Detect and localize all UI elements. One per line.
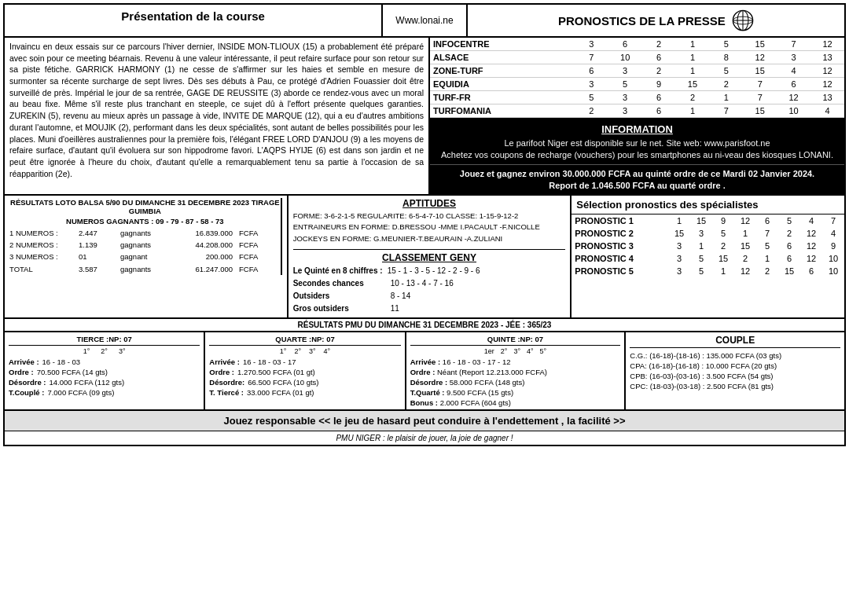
selection-row-num: 9 [822,240,844,252]
pronostics-row-num: 12 [777,91,810,104]
couple-cpc: CPC: (18-03)-(03-18) : 2.500 FCFA (81 gt… [630,382,840,390]
aptitudes-area: APTITUDES FORME: 3-6-2-1-5 REGULARITE: 6… [289,196,572,317]
pronostics-row-num: 3 [608,104,642,118]
pronostics-row-num: 5 [709,38,743,51]
pronostics-row-num: 1 [676,51,710,64]
selection-row-num: 4 [822,227,844,240]
tierce-positions: 1° 2° 3° [9,347,200,355]
classement-outsiders-value: 8 - 14 [388,290,566,302]
selection-row-num: 15 [734,240,756,252]
selection-row-num: 12 [734,214,756,227]
tierce-ordre-value: 70.500 FCFA (14 gts) [37,368,108,376]
pronostics-row-name: TURFOMANIA [430,104,575,118]
pronostics-row-num: 12 [743,51,777,64]
pronostics-row-num: 5 [709,64,743,78]
couple-cpb: CPB: (16-03)-(03-16) : 3.500 FCFA (54 gt… [630,372,840,380]
pronostics-row-num: 15 [743,64,777,78]
tierce-arrivee-label: Arrivée : [9,358,39,366]
couple-title: COUPLE [630,335,840,348]
selection-row-num: 12 [800,252,822,265]
quarte-desordre-value: 66.500 FCFA (10 gts) [248,378,318,387]
pronostics-row-num: 4 [777,64,810,78]
quinte-title: QUINTE :NP: 07 [410,335,621,346]
main-container: Présentation de la course Www.lonai.ne P… [3,3,846,446]
selection-row-num: 6 [800,265,822,277]
selection-row-num: 1 [756,252,778,265]
selection-row-num: 1 [712,265,734,277]
pronostics-row-num: 5 [575,91,608,104]
selection-row-num: 5 [690,252,712,265]
selection-row: PRONOSTIC 33121556129 [572,240,844,252]
pronostics-row-num: 1 [676,104,710,118]
jouez-line2: Report de 1.046.500 FCFA au quarté ordre… [436,181,838,190]
loto-row: 2 NUMEROS :1.139gagnants44.208.000FCFA [9,239,281,251]
aptitudes-jockeys: JOCKEYS EN FORME: G.MEUNIER-T.BEAURAIN -… [293,233,566,244]
quinte-ordre-value: Néant (Report 12.213.000 FCFA) [437,368,547,376]
selection-row-num: 3 [668,265,690,277]
pmu-results-header: RÉSULTATS PMU DU DIMANCHE 31 DECEMBRE 20… [5,319,844,332]
selection-row-num: 3 [668,252,690,265]
pronostics-row-num: 6 [777,78,810,91]
pronostics-table-area: INFOCENTRE3621515712ALSACE71061812313ZON… [430,38,844,194]
header-row: Présentation de la course Www.lonai.ne P… [5,5,844,38]
globe-icon [732,9,754,31]
selection-row-num: 12 [800,240,822,252]
quarte-ordre-label: Ordre : [209,368,234,376]
quarte-title: QUARTE :NP: 07 [209,335,400,346]
pronostics-row-num: 12 [810,38,844,51]
classement-quinte-value: 15 - 1 - 3 - 5 - 12 - 2 - 9 - 6 [388,265,566,277]
couple-cpa: CPA: (16-18)-(16-18) : 10.000 FCFA (20 g… [630,361,840,370]
selection-row-num: 6 [778,240,800,252]
pronostics-row-num: 12 [810,64,844,78]
top-content: Invaincu en deux essais sur ce parcours … [5,38,844,196]
quinte-section: QUINTE :NP: 07 1er 2° 3° 4° 5° Arrivée :… [406,332,627,409]
pronostics-row-num: 2 [642,64,676,78]
quarte-ordre-value: 1.270.500 FCFA (01 gt) [237,368,315,376]
quarte-desordre-label: Désordre: [209,378,244,387]
pronostics-row-num: 1 [709,91,743,104]
pronostics-row-num: 15 [743,38,777,51]
selection-row-num: 2 [756,265,778,277]
selection-row-num: 5 [756,240,778,252]
selection-row: PRONOSTIC 435152161210 [572,252,844,265]
selection-row-num: 5 [712,227,734,240]
pronostics-row: TURFOMANIA2361715104 [430,104,844,118]
selection-row-num: 1 [690,240,712,252]
selection-row-num: 15 [668,227,690,240]
pronostics-row-name: ZONE-TURF [430,64,575,78]
tierce-desordre-value: 14.000 FCFA (112 gts) [50,378,125,387]
pronostics-row: TURF-FR5362171213 [430,91,844,104]
loto-title: RÉSULTATS LOTO BALSA 5/90 DU DIMANCHE 31… [9,198,281,215]
selection-row-num: 1 [734,227,756,240]
jouez-line1: Jouez et gagnez environ 30.000.000 FCFA … [436,169,838,178]
pronostics-row-num: 7 [575,51,608,64]
quinte-ordre-label: Ordre : [410,368,436,376]
loto-row: 3 NUMEROS :01gagnant200.000FCFA [9,251,281,262]
loto-numeros: NUMEROS GAGNANTS : 09 - 79 - 87 - 58 - 7… [9,217,281,226]
pronostics-row-num: 15 [676,78,710,91]
header-website: Www.lonai.ne [383,5,467,36]
quinte-tquarte-value: 9.500 FCFA (15 gts) [447,388,513,397]
selection-row-num: 6 [756,214,778,227]
pronostics-row-num: 3 [608,64,642,78]
pronostics-row-num: 9 [642,78,676,91]
selection-row-name: PRONOSTIC 2 [572,227,668,240]
selection-area: Sélection pronostics des spécialistes PR… [572,196,844,317]
pronostics-row: ALSACE71061812313 [430,51,844,64]
selection-row-num: 2 [778,227,800,240]
selection-row-num: 7 [822,214,844,227]
information-line1: Le parifoot Niger est disponible sur le … [438,138,836,148]
pronostics-row-name: ALSACE [430,51,575,64]
quarte-section: QUARTE :NP: 07 1° 2° 3° 4° Arrivée : 16 … [205,332,406,409]
pronostics-row-num: 2 [642,38,676,51]
loto-section: RÉSULTATS LOTO BALSA 5/90 DU DIMANCHE 31… [9,198,282,275]
selection-row-num: 12 [734,265,756,277]
pronostics-row-num: 2 [676,91,710,104]
tierce-tcouple-value: 7.000 FCFA (09 gts) [47,388,114,397]
quinte-bonus-label: Bonus : [410,398,438,407]
loto-row: TOTAL3.587gagnants61.247.000FCFA [9,263,281,275]
selection-row-num: 9 [712,214,734,227]
pronostics-row-num: 7 [743,91,777,104]
pronostics-row-num: 6 [642,104,676,118]
quinte-tquarte-label: T.Quarté : [410,388,445,397]
